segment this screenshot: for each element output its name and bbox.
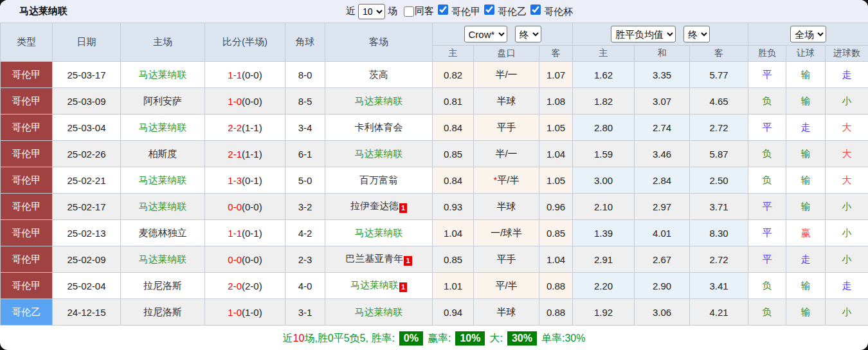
outcome-cell: 平 [748, 220, 786, 246]
corner-cell: 8-0 [285, 62, 325, 88]
avg-home-cell: 2.10 [573, 194, 635, 220]
handicap-cell: 一/球半 [474, 220, 539, 246]
home-team-cell[interactable]: 麦德林独立 [121, 220, 205, 246]
col-header-goals: 进球数 [826, 46, 868, 62]
titlebar: 马达莱纳联 近 10 场 同客 哥伦甲 哥伦乙 哥伦杯 [0, 0, 868, 23]
avg-away-cell: 2.50 [690, 167, 748, 194]
home-team-cell[interactable]: 马达莱纳联 [121, 62, 205, 88]
date-cell: 25-02-13 [53, 220, 121, 246]
col-header-handicap-result: 让球 [786, 46, 826, 62]
table-row: 哥伦甲 25-02-04 拉尼洛斯 2-0(2-0) 4-0 马达莱纳联1 1.… [1, 273, 868, 299]
same-away-label: 同客 [415, 5, 434, 17]
away-team-cell[interactable]: 卡利体育会 [325, 115, 433, 141]
outcome-cell: 平 [748, 246, 786, 273]
handicap-cell: *平/半 [474, 167, 539, 194]
handicap-cell: 半球 [474, 194, 539, 220]
games-label: 场 [388, 5, 397, 17]
col-header-corner: 角球 [285, 23, 325, 62]
avg-home-cell: 3.00 [573, 167, 635, 194]
page-title: 马达莱纳联 [19, 5, 68, 17]
home-team-cell[interactable]: 马达莱纳联 [121, 194, 205, 220]
odds-away-cell: 1.08 [539, 88, 573, 115]
score-cell: 2-1(1-1) [205, 141, 285, 167]
avg-type-select[interactable]: 胜平负均值 [611, 26, 676, 42]
home-team-cell[interactable]: 马达莱纳联 [121, 167, 205, 194]
home-team-cell[interactable]: 阿利安萨 [121, 88, 205, 115]
score-cell: 2-2(1-1) [205, 115, 285, 141]
avg-home-cell: 2.20 [573, 273, 635, 299]
same-away-checkbox[interactable] [404, 6, 414, 17]
away-team-cell[interactable]: 巴兰基亚青年1 [325, 246, 433, 273]
odds-home-cell: 1.01 [433, 273, 474, 299]
handicap-result-cell: 输 [786, 141, 826, 167]
handicap-result-cell: 走 [786, 246, 826, 273]
big-rate-label: 大: [489, 332, 502, 345]
away-team-cell[interactable]: 茨高 [325, 62, 433, 88]
odds-home-cell: 0.84 [433, 115, 474, 141]
odds-company-select[interactable]: Crow* [464, 26, 507, 42]
away-team-cell[interactable]: 拉伊奎达德1 [325, 194, 433, 220]
away-team-badge: 1 [399, 282, 407, 292]
handicap-cell: 半/一 [474, 62, 539, 88]
date-cell: 25-03-09 [53, 88, 121, 115]
league-b-label: 哥伦乙 [498, 6, 527, 17]
stats-page: 马达莱纳联 近 10 场 同客 哥伦甲 哥伦乙 哥伦杯 [0, 0, 868, 350]
single-rate-label: 单率:30% [541, 332, 585, 345]
league-a-checkbox[interactable] [438, 5, 448, 15]
odds-home-cell: 0.85 [433, 141, 474, 167]
away-team-cell[interactable]: 马达莱纳联1 [325, 273, 433, 299]
away-team-cell[interactable]: 马达莱纳联 [325, 220, 433, 246]
corner-cell: 3-4 [285, 115, 325, 141]
goals-result-cell: 大 [826, 167, 868, 194]
away-team-cell[interactable]: 百万富翁 [325, 167, 433, 194]
league-type-cell: 哥伦甲 [1, 167, 53, 194]
home-team-cell[interactable]: 拉尼洛斯 [121, 273, 205, 299]
away-team-cell[interactable]: 马达莱纳联 [325, 141, 433, 167]
avg-draw-cell: 3.06 [635, 299, 690, 326]
col-header-date: 日期 [53, 23, 121, 62]
odds-time-select[interactable]: 终 [515, 26, 541, 42]
avg-away-cell: 2.72 [690, 115, 748, 141]
result-scope-select[interactable]: 全场 [790, 26, 826, 42]
table-row: 哥伦乙 24-12-15 拉尼洛斯 1-0(1-0) 3-1 马达莱纳联 0.9… [1, 299, 868, 326]
outcome-cell: 负 [748, 299, 786, 326]
avg-away-cell: 4.65 [690, 88, 748, 115]
home-team-cell[interactable]: 柏斯度 [121, 141, 205, 167]
col-header-avg-home: 主 [573, 46, 635, 62]
odds-home-cell: 0.94 [433, 299, 474, 326]
handicap-result-cell: 走 [786, 115, 826, 141]
col-header-score: 比分(半场) [205, 23, 285, 62]
summary-prefix: 近 [283, 332, 293, 345]
odds-away-cell: 1.04 [539, 246, 573, 273]
corner-cell: 4-0 [285, 273, 325, 299]
col-header-away: 客场 [325, 23, 433, 62]
odds-home-cell: 0.81 [433, 88, 474, 115]
avg-draw-cell: 2.97 [635, 194, 690, 220]
league-filter-colombia-cup: 哥伦杯 [529, 5, 573, 18]
avg-time-select[interactable]: 终 [683, 26, 710, 42]
away-team-badge: 1 [399, 203, 407, 213]
home-team-cell[interactable]: 拉尼洛斯 [121, 299, 205, 326]
away-team-badge: 1 [404, 256, 411, 266]
handicap-cell: 半球 [474, 299, 539, 326]
corner-cell: 5-0 [285, 167, 325, 194]
table-row: 哥伦甲 25-03-04 马达莱纳联 2-2(1-1) 3-4 卡利体育会 0.… [1, 115, 868, 141]
league-type-cell: 哥伦甲 [1, 62, 53, 88]
away-team-cell[interactable]: 马达莱纳联 [325, 88, 433, 115]
odds-away-cell: 0.88 [539, 299, 573, 326]
recent-count-select[interactable]: 10 [358, 4, 385, 19]
avg-away-cell: 2.72 [690, 246, 748, 273]
away-team-cell[interactable]: 马达莱纳联 [325, 299, 433, 326]
home-team-cell[interactable]: 马达莱纳联 [121, 246, 205, 273]
corner-cell: 3-1 [285, 299, 325, 326]
avg-home-cell: 2.80 [573, 115, 635, 141]
odds-away-cell: 1.07 [539, 62, 573, 88]
league-cup-checkbox[interactable] [530, 5, 541, 15]
league-b-checkbox[interactable] [484, 5, 494, 15]
score-cell: 0-0(0-0) [205, 246, 285, 273]
win-rate-badge: 0% [399, 331, 423, 345]
home-team-cell[interactable]: 马达莱纳联 [121, 115, 205, 141]
handicap-cell: 平手 [474, 115, 539, 141]
handicap-result-cell: 输 [786, 194, 826, 220]
goals-result-cell: 大 [826, 141, 868, 167]
